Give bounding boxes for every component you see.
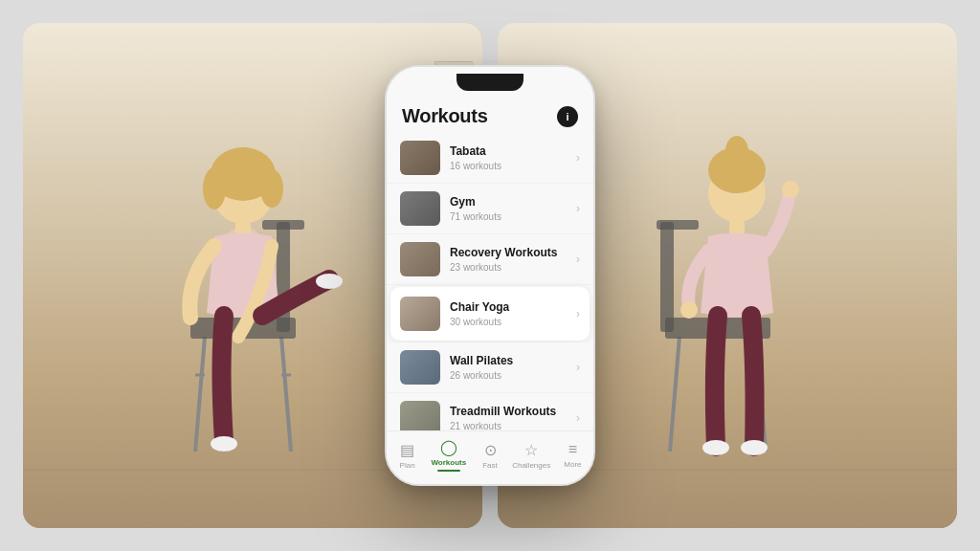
nav-label-challenges: Challenges xyxy=(512,461,550,470)
svg-point-39 xyxy=(725,136,748,166)
svg-point-42 xyxy=(680,301,698,319)
svg-point-41 xyxy=(782,181,799,198)
svg-line-18 xyxy=(281,337,291,452)
phone-wrapper: Workouts i Tabata 16 workouts › Gym 71 w… xyxy=(385,65,595,486)
workout-info-gym: Gym 71 workouts xyxy=(450,195,572,222)
workout-name-treadmill: Treadmill Workouts xyxy=(450,405,572,420)
workout-name-tabata: Tabata xyxy=(450,144,572,160)
workout-name-recovery: Recovery Workouts xyxy=(450,246,572,261)
bottom-nav: ▤ Plan ◯ Workouts ⊙ Fast ☆ Challenges ≡ … xyxy=(387,430,593,484)
workout-count-gym: 71 workouts xyxy=(450,211,572,222)
nav-label-more: More xyxy=(564,460,581,469)
nav-icon-plan: ▤ xyxy=(400,441,414,459)
nav-item-workouts[interactable]: ◯ Workouts xyxy=(428,438,469,472)
workout-thumb-wallpilates xyxy=(400,350,440,385)
phone-top xyxy=(387,67,593,98)
workout-count-treadmill: 21 workouts xyxy=(450,421,572,430)
scene: Workouts i Tabata 16 workouts › Gym 71 w… xyxy=(0,0,980,551)
nav-icon-more: ≡ xyxy=(568,441,577,458)
phone: Workouts i Tabata 16 workouts › Gym 71 w… xyxy=(385,65,595,486)
workout-info-recovery: Recovery Workouts 23 workouts xyxy=(450,246,572,273)
chevron-icon-gym: › xyxy=(576,202,580,215)
workout-info-treadmill: Treadmill Workouts 21 workouts xyxy=(450,405,572,430)
workout-count-wallpilates: 26 workouts xyxy=(450,370,572,381)
svg-rect-36 xyxy=(657,220,699,230)
workout-count-tabata: 16 workouts xyxy=(450,161,572,171)
workout-item-treadmill[interactable]: Treadmill Workouts 21 workouts › xyxy=(387,393,593,430)
workout-thumb-tabata xyxy=(400,141,440,175)
workout-item-chairyoga[interactable]: Chair Yoga 30 workouts › xyxy=(390,287,590,341)
svg-point-31 xyxy=(316,274,343,289)
nav-icon-fast: ⊙ xyxy=(484,441,497,459)
svg-point-28 xyxy=(260,169,283,208)
chevron-icon-chairyoga: › xyxy=(576,307,580,320)
svg-point-43 xyxy=(702,440,729,455)
app-title: Workouts xyxy=(402,105,487,127)
nav-underline xyxy=(437,470,460,472)
workout-thumb-gym xyxy=(400,191,440,226)
nav-icon-workouts: ◯ xyxy=(440,438,457,456)
app-header: Workouts i xyxy=(387,98,593,133)
nav-icon-challenges: ☆ xyxy=(524,441,538,459)
chevron-icon-tabata: › xyxy=(576,151,580,165)
nav-item-challenges[interactable]: ☆ Challenges xyxy=(511,441,552,470)
svg-line-17 xyxy=(195,337,205,452)
workout-name-chairyoga: Chair Yoga xyxy=(450,300,572,316)
svg-rect-23 xyxy=(262,220,304,230)
nav-item-fast[interactable]: ⊙ Fast xyxy=(469,441,510,470)
person-right-svg xyxy=(603,88,852,490)
svg-point-44 xyxy=(741,440,768,455)
workout-thumb-chairyoga xyxy=(400,297,440,331)
workout-info-chairyoga: Chair Yoga 30 workouts xyxy=(450,300,572,327)
workout-list: Tabata 16 workouts › Gym 71 workouts › R… xyxy=(387,133,593,430)
svg-point-30 xyxy=(211,436,237,452)
nav-item-plan[interactable]: ▤ Plan xyxy=(387,441,428,470)
nav-item-more[interactable]: ≡ More xyxy=(552,441,593,469)
chevron-icon-recovery: › xyxy=(576,253,580,266)
nav-label-fast: Fast xyxy=(482,461,498,470)
svg-rect-35 xyxy=(660,222,674,332)
workout-info-wallpilates: Wall Pilates 26 workouts xyxy=(450,354,572,381)
svg-line-32 xyxy=(670,337,679,452)
phone-notch xyxy=(457,74,523,91)
workout-item-gym[interactable]: Gym 71 workouts › xyxy=(387,184,593,234)
chevron-icon-treadmill: › xyxy=(576,411,580,425)
nav-label-workouts: Workouts xyxy=(431,458,466,467)
workout-count-recovery: 23 workouts xyxy=(450,262,572,273)
workout-info-tabata: Tabata 16 workouts xyxy=(450,144,572,171)
workout-item-recovery[interactable]: Recovery Workouts 23 workouts › xyxy=(387,234,593,285)
workout-name-wallpilates: Wall Pilates xyxy=(450,354,572,369)
workout-thumb-recovery xyxy=(400,242,440,276)
workout-thumb-treadmill xyxy=(400,401,440,430)
info-icon[interactable]: i xyxy=(557,106,578,127)
person-left-svg xyxy=(128,88,377,490)
workout-item-wallpilates[interactable]: Wall Pilates 26 workouts › xyxy=(387,342,593,393)
workout-item-tabata[interactable]: Tabata 16 workouts › xyxy=(387,133,593,184)
chevron-icon-wallpilates: › xyxy=(576,361,580,374)
svg-point-27 xyxy=(203,167,226,209)
workout-name-gym: Gym xyxy=(450,195,572,210)
nav-label-plan: Plan xyxy=(400,461,415,470)
workout-count-chairyoga: 30 workouts xyxy=(450,317,572,327)
